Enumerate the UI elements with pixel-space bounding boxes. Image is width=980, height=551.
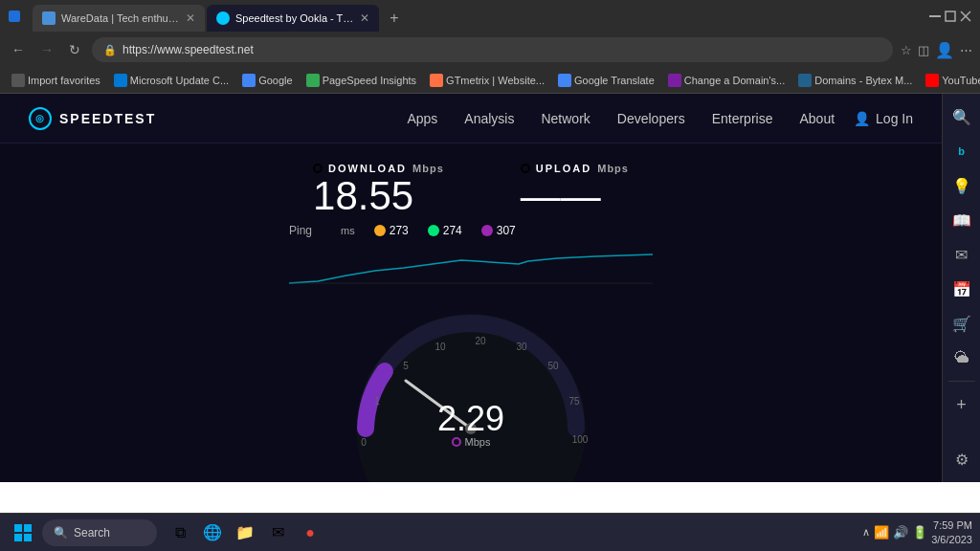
svg-text:20: 20 [475,336,486,346]
speedometer: 0 1 5 10 20 30 50 75 100 [318,295,624,482]
taskbar-search[interactable]: 🔍 Search [42,519,157,546]
svg-point-6 [356,314,586,482]
new-tab-button[interactable]: + [381,5,408,32]
tray-volume[interactable]: 🔊 [893,525,908,540]
tray-up-arrow[interactable]: ∧ [862,526,870,539]
sidebar-settings-icon[interactable]: ⚙ [947,444,977,474]
speedtest-logo: ◎ SPEEDTEST [29,107,156,130]
bookmark-gtmetrix[interactable]: GTmetrix | Website... [426,72,548,89]
main-layout: ◎ SPEEDTEST Apps Analysis Network Develo… [0,94,980,482]
bookmark-youtube[interactable]: YouTube [922,72,980,89]
collections-icon[interactable]: ◫ [918,43,929,57]
taskbar-explorer[interactable]: 📁 [230,518,260,548]
bookmark-google[interactable]: Google [238,72,296,89]
speed-row: DOWNLOAD Mbps 18.55 UPLOAD Mbps —— [313,163,629,216]
tab-speedtest[interactable]: Speedtest by Ookla - The Globa... ✕ [207,5,379,32]
tab-close-speedtest[interactable]: ✕ [360,11,369,25]
forward-button[interactable]: → [36,40,57,59]
ping-dot-2 [428,225,439,236]
nav-link-network[interactable]: Network [541,111,590,126]
browser-window: WareData | Tech enthusiast ✕ Speedtest b… [0,0,980,94]
svg-text:1: 1 [374,396,380,407]
start-button[interactable] [8,518,38,548]
ping-row: Ping ms 273 274 307 [289,224,653,237]
taskbar-task-view[interactable]: ⧉ [165,518,195,548]
upload-value: —— [521,176,601,216]
taskbar-mail[interactable]: ✉ [262,518,293,548]
nav-links: Apps Analysis Network Developers Enterpr… [407,111,835,126]
sidebar-lightning-icon[interactable]: 💡 [947,170,977,201]
minimize-button[interactable] [928,10,942,23]
reload-button[interactable]: ↻ [65,40,84,59]
bookmark-icon [558,74,571,87]
bookmark-ms-update[interactable]: Microsoft Update C... [110,72,233,89]
tab-bar: WareData | Tech enthusiast ✕ Speedtest b… [25,1,917,32]
bookmark-icon [11,74,25,87]
bookmark-domains-bytex[interactable]: Domains - Bytex M... [794,72,916,89]
sidebar-calendar-icon[interactable]: 📅 [947,274,977,304]
taskbar-clock[interactable]: 7:59 PM 3/6/2023 [931,518,972,546]
svg-text:5: 5 [403,361,409,371]
settings-icon[interactable]: ⋯ [960,43,972,57]
ping-label: Ping [289,224,312,237]
speedtest-main: DOWNLOAD Mbps 18.55 UPLOAD Mbps —— Ping [0,143,942,482]
nav-link-analysis[interactable]: Analysis [464,111,514,126]
bookmark-icon [798,74,812,87]
chart-area [289,247,653,285]
svg-rect-0 [9,11,20,22]
svg-rect-19 [24,524,32,532]
ping-item-1: 273 [374,224,409,237]
bookmark-translate[interactable]: Google Translate [554,72,658,89]
svg-rect-21 [24,534,32,541]
bookmark-icon [114,74,127,87]
speedtest-navbar: ◎ SPEEDTEST Apps Analysis Network Develo… [0,94,942,143]
tab-close-waredata[interactable]: ✕ [186,11,195,25]
tray-wifi[interactable]: 📶 [874,525,889,540]
url-box[interactable]: 🔒 https://www.speedtest.net [92,37,893,62]
tab-title-waredata: WareData | Tech enthusiast [61,12,180,24]
gauge-svg: 0 1 5 10 20 30 50 75 100 [337,295,605,482]
sidebar-reading-icon[interactable]: 📖 [947,205,977,235]
bookmark-icon [925,74,939,87]
svg-text:10: 10 [434,342,446,352]
bookmark-pagespeed[interactable]: PageSpeed Insights [302,72,420,89]
app-icon [8,10,21,23]
ping-value-1: 273 [390,224,409,237]
nav-link-apps[interactable]: Apps [407,111,437,126]
sidebar-mail-icon[interactable]: ✉ [947,239,977,270]
url-text: https://www.speedtest.net [122,43,881,56]
bookmark-domain[interactable]: Change a Domain's... [664,72,789,89]
taskbar-icons: ⧉ 🌐 📁 ✉ ● [165,518,325,548]
ping-value-2: 274 [443,224,462,237]
window-controls [8,10,21,23]
favorites-icon[interactable]: ☆ [901,43,912,57]
taskbar-chrome[interactable]: ● [295,518,325,548]
bookmark-icon [430,74,443,87]
taskbar-edge[interactable]: 🌐 [197,518,228,548]
upload-unit: Mbps [597,163,629,174]
nav-link-developers[interactable]: Developers [617,111,685,126]
gauge-unit-dot [452,437,461,447]
tab-waredata[interactable]: WareData | Tech enthusiast ✕ [33,5,205,32]
svg-rect-20 [14,534,22,541]
close-button[interactable] [959,10,972,23]
profile-icon[interactable]: 👤 [935,41,954,59]
sidebar-search-icon[interactable]: 🔍 [947,101,977,132]
sidebar-add-button[interactable]: + [947,389,977,420]
nav-link-about[interactable]: About [799,111,835,126]
back-button[interactable]: ← [8,40,29,59]
sidebar-cloud-icon[interactable]: 🌥 [947,342,977,373]
svg-text:75: 75 [568,396,580,407]
svg-text:0: 0 [361,437,367,448]
right-sidebar: 🔍 b 💡 📖 ✉ 📅 🛒 🌥 + ⚙ [942,94,980,482]
maximize-button[interactable] [944,10,957,23]
tray-battery[interactable]: 🔋 [912,525,927,540]
sidebar-bing-icon[interactable]: b [947,136,977,166]
sidebar-shopping-icon[interactable]: 🛒 [947,308,977,339]
tab-favicon [42,11,56,25]
clock-date: 3/6/2023 [931,533,972,546]
login-button[interactable]: 👤 Log In [854,111,913,126]
speed-chart [289,247,653,285]
bookmark-import[interactable]: Import favorites [8,72,104,89]
nav-link-enterprise[interactable]: Enterprise [712,111,773,126]
